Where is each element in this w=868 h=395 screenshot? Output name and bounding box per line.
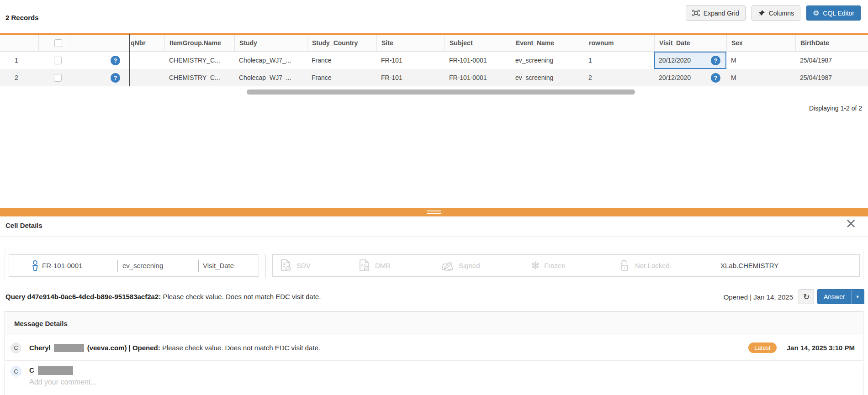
- message-timestamp: Jan 14, 2025 3:10 PM: [787, 344, 855, 352]
- col-header-select[interactable]: [38, 35, 70, 51]
- comment-input[interactable]: Add your comment...: [29, 378, 97, 386]
- unlocked-padlock-icon: [618, 259, 631, 273]
- cell-study-country[interactable]: France: [307, 69, 376, 86]
- status-frozen: ❄ Frozen: [531, 255, 566, 276]
- refresh-button[interactable]: ↻: [799, 289, 814, 304]
- select-all-checkbox[interactable]: [54, 39, 62, 47]
- col-header-site[interactable]: Site: [376, 35, 445, 51]
- answer-button-label[interactable]: Answer: [818, 290, 851, 304]
- sdv-document-check-icon: [280, 259, 292, 273]
- message-author: Cheryl: [29, 344, 51, 352]
- status-label: Not Locked: [635, 262, 670, 269]
- snowflake-icon: ❄: [531, 260, 540, 271]
- query-icon[interactable]: ?: [111, 73, 120, 83]
- visit-date-value: 20/12/2020: [659, 74, 691, 81]
- cell-birthdate[interactable]: 25/04/1987: [795, 69, 868, 86]
- cell-details-divider: [0, 236, 868, 237]
- visit-date-value: 20/12/2020: [659, 57, 691, 64]
- col-header-birthdate[interactable]: BirthDate: [795, 35, 868, 51]
- row-number: 1: [0, 52, 38, 69]
- table-row-1: 1 ? CHEMISTRY_C... Cholecap_WJ7_... Fran…: [0, 52, 868, 69]
- message-text: Please check value. Does not match EDC v…: [162, 344, 320, 352]
- breadcrumb-item: Visit_Date: [203, 262, 234, 269]
- col-header-visit-date[interactable]: Visit_Date: [654, 35, 726, 51]
- cell-event-name[interactable]: ev_screening: [511, 69, 584, 86]
- grid-toolbar: Expand Grid Columns ⚙ CQL Editor: [686, 5, 861, 21]
- col-header-itemgroup[interactable]: ItemGroup.Name: [164, 35, 234, 51]
- table-row-2: 2 ? CHEMISTRY_C... Cholecap_WJ7_... Fran…: [0, 69, 868, 86]
- cell-rownum[interactable]: 2: [584, 69, 654, 86]
- status-label: SDV: [296, 262, 311, 269]
- cell-details-title: Cell Details: [5, 221, 42, 229]
- col-header-event-name[interactable]: Event_Name: [511, 35, 584, 51]
- breadcrumb-separator: [117, 260, 118, 272]
- columns-button[interactable]: Columns: [752, 5, 800, 21]
- cell-event-name[interactable]: ev_screening: [511, 52, 584, 69]
- cell-visit-date[interactable]: 20/12/2020 ?: [654, 69, 726, 86]
- status-not-locked: Not Locked: [618, 255, 670, 276]
- breadcrumb-subject: FR-101-0001: [42, 262, 82, 269]
- query-status-date: Opened | Jan 14, 2025: [724, 293, 793, 301]
- col-header-qnbr[interactable]: qNbr: [129, 35, 164, 51]
- col-header-study[interactable]: Study: [234, 35, 307, 51]
- query-icon[interactable]: ?: [111, 56, 120, 65]
- query-icon[interactable]: ?: [711, 73, 720, 83]
- cell-visit-date-selected[interactable]: 20/12/2020 ?: [654, 52, 726, 69]
- row-select-cell: [38, 52, 70, 69]
- panel-splitter[interactable]: [0, 208, 868, 216]
- close-icon[interactable]: ×: [845, 216, 857, 230]
- query-text: Please check value. Does not match EDC v…: [163, 293, 321, 300]
- redacted-name: [38, 366, 73, 375]
- horizontal-scrollbar[interactable]: [247, 90, 635, 95]
- cql-editor-label: CQL Editor: [823, 10, 854, 17]
- splitter-drag-handle[interactable]: [427, 211, 441, 215]
- cell-site[interactable]: FR-101: [376, 52, 445, 69]
- cell-sex[interactable]: M: [726, 52, 795, 69]
- status-label: Frozen: [544, 262, 566, 269]
- message-author-meta: (veeva.com) | Opened:: [87, 344, 160, 352]
- col-header-sex[interactable]: Sex: [726, 35, 795, 51]
- row-checkbox[interactable]: [54, 74, 62, 82]
- col-header-subject[interactable]: Subject: [445, 35, 511, 51]
- cell-sex[interactable]: M: [726, 69, 795, 86]
- cell-study-country[interactable]: France: [307, 52, 376, 69]
- message-item: C Cheryl(veeva.com) | Opened: Please che…: [5, 335, 863, 361]
- cql-editor-button[interactable]: ⚙ CQL Editor: [806, 5, 861, 21]
- cell-source-label: XLab.CHEMISTRY: [720, 255, 778, 276]
- status-label: DMR: [375, 262, 391, 269]
- cell-itemgroup[interactable]: CHEMISTRY_C...: [164, 69, 234, 86]
- results-grid: qNbr ItemGroup.Name Study Study_Country …: [0, 33, 868, 86]
- cell-subject[interactable]: FR-101-0001: [445, 69, 511, 86]
- cell-study[interactable]: Cholecap_WJ7_...: [234, 69, 307, 86]
- cell-birthdate[interactable]: 25/04/1987: [795, 52, 868, 69]
- pinned-columns-divider[interactable]: [129, 34, 130, 86]
- avatar: C: [11, 366, 21, 377]
- paging-status: Displaying 1-2 of 2: [809, 105, 862, 112]
- col-header-rownum[interactable]: rownum: [584, 35, 654, 51]
- cell-site[interactable]: FR-101: [376, 69, 445, 86]
- cell-itemgroup[interactable]: CHEMISTRY_C...: [164, 52, 234, 69]
- col-header-study-country[interactable]: Study_Country: [307, 35, 376, 51]
- cell-subject[interactable]: FR-101-0001: [445, 52, 511, 69]
- pin-icon: [758, 10, 765, 17]
- cell-qnbr: [129, 69, 164, 86]
- grid-header-row: qNbr ItemGroup.Name Study Study_Country …: [0, 35, 868, 52]
- answer-split-button[interactable]: Answer ▼: [817, 289, 864, 304]
- expand-grid-label: Expand Grid: [704, 10, 739, 17]
- expand-grid-icon: [692, 10, 700, 16]
- status-sdv: SDV: [280, 255, 311, 276]
- dmr-document-check-icon: [359, 259, 371, 273]
- cell-status-box: SDV DMR: [272, 254, 860, 277]
- expand-grid-button[interactable]: Expand Grid: [686, 5, 746, 21]
- status-dmr: DMR: [359, 255, 391, 276]
- avatar: C: [11, 342, 21, 353]
- cell-study[interactable]: Cholecap_WJ7_...: [234, 52, 307, 69]
- chevron-down-icon[interactable]: ▼: [851, 290, 864, 304]
- row-checkbox[interactable]: [54, 57, 62, 64]
- query-icon[interactable]: ?: [711, 56, 720, 65]
- signature-pen-icon: [441, 259, 455, 272]
- breadcrumb-event: ev_screening: [122, 262, 163, 269]
- cell-rownum[interactable]: 1: [584, 52, 654, 69]
- message-details-panel: Message Details C Cheryl(veeva.com) | Op…: [5, 311, 863, 395]
- breadcrumb-separator: [198, 260, 199, 272]
